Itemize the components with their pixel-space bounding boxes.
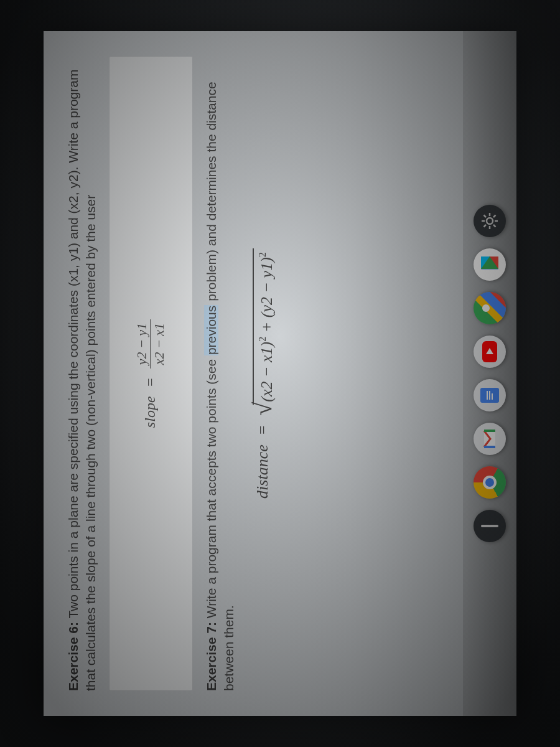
google-play-icon[interactable] [474,248,506,281]
svg-point-5 [487,218,493,224]
exercise-6-text: Two points in a plane are specified usin… [66,70,98,691]
plus-sign: + [258,317,276,337]
exercise-7-text-before: Write a program that accepts two points … [204,355,218,618]
svg-line-10 [484,225,487,227]
radical-sign: √ [253,402,281,416]
distance-lhs: distance [253,444,271,499]
youtube-icon[interactable] [474,336,506,368]
slope-equals: = [140,377,160,387]
exercise-7-label: Exercise 7: [204,622,218,691]
document-page: Exercise 6: Two points in a plane are sp… [44,31,516,716]
slope-lhs: slope [140,396,160,428]
slope-denominator: x2 − x1 [150,319,166,369]
term-2-base: (y2 − y1) [258,257,276,317]
exercise-7-paragraph: Exercise 7: Write a program that accepts… [203,56,238,691]
gmail-icon[interactable] [474,423,506,455]
svg-line-12 [484,215,487,218]
svg-line-13 [493,225,496,227]
distance-formula-block: distance = √ (x2 − x1)2 + (y2 − y1)2 [250,56,278,691]
exercise-6-paragraph: Exercise 6: Two points in a plane are sp… [65,56,100,691]
stylus-tools-icon[interactable] [474,510,506,542]
settings-icon[interactable] [474,205,506,237]
slope-fraction: y2 − y1 x2 − x1 [134,319,166,369]
term-1-exp: 2 [257,337,268,342]
square-root: √ (x2 − x1)2 + (y2 − y1)2 [250,248,278,416]
chrome-browser-icon[interactable] [474,466,506,499]
google-maps-icon[interactable] [474,292,506,324]
highlighted-word: previous [204,305,218,355]
slope-numerator: y2 − y1 [134,319,150,369]
svg-line-11 [493,215,496,218]
svg-rect-1 [487,391,488,400]
slope-formula-block: slope = y2 − y1 x2 − x1 [109,56,193,691]
slope-formula: slope = y2 − y1 x2 − x1 [134,319,166,428]
radicand: (x2 − x1)2 + (y2 − y1)2 [253,248,278,405]
svg-rect-3 [492,393,493,400]
chromeos-shelf [463,31,516,716]
distance-equals: = [253,425,271,436]
term-1-base: (x2 − x1) [258,342,276,402]
google-docs-icon[interactable] [474,379,506,411]
svg-rect-2 [489,391,490,400]
term-2-exp: 2 [257,252,268,257]
exercise-6-label: Exercise 6: [66,622,80,691]
